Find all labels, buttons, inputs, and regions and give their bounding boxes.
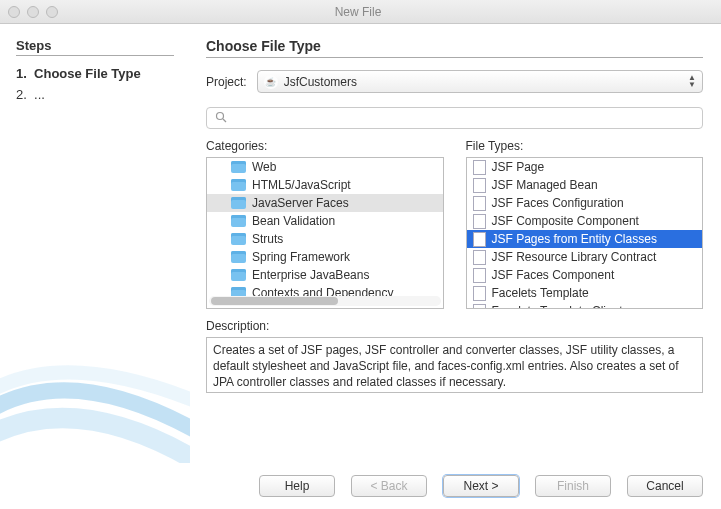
file-type-label: JSF Page: [492, 160, 545, 174]
zoom-window-button[interactable]: [46, 6, 58, 18]
search-icon: [215, 111, 227, 126]
folder-icon: [231, 269, 246, 281]
file-type-label: Facelets Template Client: [492, 304, 623, 308]
window-controls: [8, 6, 58, 18]
folder-icon: [231, 215, 246, 227]
category-item[interactable]: HTML5/JavaScript: [207, 176, 443, 194]
folder-icon: [231, 251, 246, 263]
file-type-item[interactable]: JSF Resource Library Contract: [467, 248, 703, 266]
folder-icon: [231, 179, 246, 191]
step-number: 2.: [16, 87, 34, 102]
next-button[interactable]: Next >: [443, 475, 519, 497]
category-item[interactable]: Bean Validation: [207, 212, 443, 230]
step-label: ...: [34, 87, 45, 102]
file-type-label: JSF Composite Component: [492, 214, 639, 228]
file-type-item[interactable]: JSF Managed Bean: [467, 176, 703, 194]
chevron-updown-icon: ▲▼: [688, 75, 696, 88]
titlebar: New File: [0, 0, 721, 24]
project-value: JsfCustomers: [284, 75, 357, 89]
category-item[interactable]: Contexts and Dependency: [207, 284, 443, 296]
folder-icon: [231, 161, 246, 173]
project-select[interactable]: ☕ JsfCustomers ▲▼: [257, 70, 703, 93]
folder-icon: [231, 197, 246, 209]
cancel-button[interactable]: Cancel: [627, 475, 703, 497]
file-icon: [473, 160, 486, 175]
category-label: Web: [252, 160, 276, 174]
file-type-item[interactable]: JSF Pages from Entity Classes: [467, 230, 703, 248]
page-title: Choose File Type: [206, 38, 703, 58]
close-window-button[interactable]: [8, 6, 20, 18]
svg-line-1: [223, 119, 226, 122]
file-type-item[interactable]: JSF Faces Component: [467, 266, 703, 284]
window-title: New File: [58, 5, 658, 19]
category-label: Enterprise JavaBeans: [252, 268, 369, 282]
file-types-label: File Types:: [466, 139, 704, 153]
category-label: Bean Validation: [252, 214, 335, 228]
category-label: HTML5/JavaScript: [252, 178, 351, 192]
file-type-item[interactable]: JSF Page: [467, 158, 703, 176]
filter-input[interactable]: [233, 110, 694, 126]
file-icon: [473, 178, 486, 193]
step-number: 1.: [16, 66, 34, 81]
step-label: Choose File Type: [34, 66, 141, 81]
file-type-label: JSF Faces Configuration: [492, 196, 624, 210]
scrollbar-horizontal[interactable]: [209, 296, 441, 306]
category-item[interactable]: JavaServer Faces: [207, 194, 443, 212]
svg-point-0: [217, 112, 224, 119]
back-button[interactable]: < Back: [351, 475, 427, 497]
categories-list[interactable]: WebHTML5/JavaScriptJavaServer FacesBean …: [206, 157, 444, 309]
category-item[interactable]: Spring Framework: [207, 248, 443, 266]
folder-icon: [231, 233, 246, 245]
category-item[interactable]: Enterprise JavaBeans: [207, 266, 443, 284]
help-button[interactable]: Help: [259, 475, 335, 497]
file-icon: [473, 250, 486, 265]
file-type-label: JSF Resource Library Contract: [492, 250, 657, 264]
file-type-label: JSF Pages from Entity Classes: [492, 232, 657, 246]
decorative-swoosh: [0, 313, 190, 483]
description-text: Creates a set of JSF pages, JSF controll…: [206, 337, 703, 393]
steps-heading: Steps: [16, 38, 174, 56]
step-item: 1. Choose File Type: [16, 64, 174, 85]
project-label: Project:: [206, 75, 247, 89]
step-item: 2. ...: [16, 85, 174, 106]
file-types-list[interactable]: JSF PageJSF Managed BeanJSF Faces Config…: [466, 157, 704, 309]
steps-list: 1. Choose File Type2. ...: [16, 64, 174, 106]
file-icon: [473, 232, 486, 247]
file-type-item[interactable]: JSF Faces Configuration: [467, 194, 703, 212]
folder-icon: [231, 287, 246, 296]
category-item[interactable]: Struts: [207, 230, 443, 248]
category-label: Spring Framework: [252, 250, 350, 264]
file-icon: [473, 196, 486, 211]
file-type-label: JSF Faces Component: [492, 268, 615, 282]
wizard-main: Choose File Type Project: ☕ JsfCustomers…: [190, 24, 721, 463]
file-type-item[interactable]: JSF Composite Component: [467, 212, 703, 230]
scrollbar-thumb[interactable]: [211, 297, 338, 305]
category-label: Contexts and Dependency: [252, 286, 393, 296]
file-type-label: Facelets Template: [492, 286, 589, 300]
category-label: Struts: [252, 232, 283, 246]
filter-field[interactable]: [206, 107, 703, 129]
wizard-button-bar: Help < Back Next > Finish Cancel: [0, 463, 721, 509]
category-label: JavaServer Faces: [252, 196, 349, 210]
file-type-label: JSF Managed Bean: [492, 178, 598, 192]
file-type-item[interactable]: Facelets Template: [467, 284, 703, 302]
finish-button[interactable]: Finish: [535, 475, 611, 497]
file-icon: [473, 286, 486, 301]
file-type-item[interactable]: Facelets Template Client: [467, 302, 703, 308]
wizard-sidebar: Steps 1. Choose File Type2. ...: [0, 24, 190, 463]
file-icon: [473, 268, 486, 283]
file-icon: [473, 214, 486, 229]
project-icon: ☕: [264, 75, 278, 89]
file-icon: [473, 304, 486, 309]
minimize-window-button[interactable]: [27, 6, 39, 18]
category-item[interactable]: Web: [207, 158, 443, 176]
categories-label: Categories:: [206, 139, 444, 153]
description-label: Description:: [206, 319, 703, 333]
